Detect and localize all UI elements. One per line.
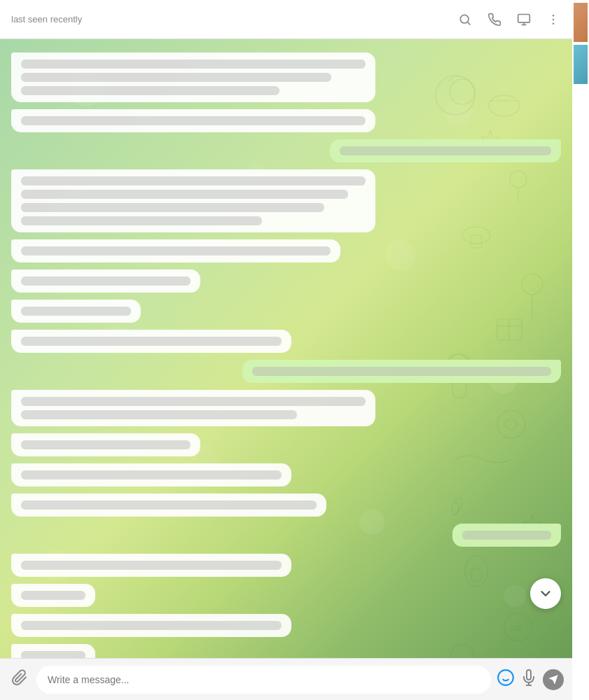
message-bubble xyxy=(452,524,561,547)
message-row xyxy=(6,524,567,547)
message-bubble xyxy=(242,360,561,383)
message-bubble xyxy=(11,493,326,517)
svg-rect-2 xyxy=(518,14,530,22)
message-row xyxy=(6,300,567,323)
chat-header: last seen recently xyxy=(0,0,572,39)
send-area[interactable] xyxy=(543,669,564,690)
message-bubble xyxy=(11,330,291,353)
message-bubble xyxy=(11,109,375,132)
message-row xyxy=(6,493,567,517)
svg-point-0 xyxy=(460,15,469,23)
message-bubble xyxy=(11,433,200,456)
message-row xyxy=(6,614,567,637)
message-row xyxy=(6,109,567,132)
message-row xyxy=(6,239,567,262)
message-row xyxy=(6,463,567,486)
message-bubble xyxy=(11,614,291,637)
right-sidebar xyxy=(572,0,589,700)
svg-point-6 xyxy=(553,18,555,20)
svg-point-7 xyxy=(553,22,555,24)
search-icon[interactable] xyxy=(457,12,473,27)
message-row xyxy=(6,554,567,577)
message-bubble xyxy=(330,139,561,162)
svg-point-31 xyxy=(498,670,513,685)
message-row xyxy=(6,644,567,658)
chat-container: last seen recently xyxy=(0,0,572,700)
emoji-icon[interactable] xyxy=(497,668,515,691)
message-bubble xyxy=(11,390,375,426)
message-bubble xyxy=(11,52,375,102)
message-row xyxy=(6,169,567,232)
message-row xyxy=(6,390,567,426)
message-input[interactable] xyxy=(36,666,491,694)
message-bubble xyxy=(11,644,95,658)
message-bubble xyxy=(11,554,291,577)
svg-point-5 xyxy=(553,14,555,16)
message-bubble xyxy=(11,239,340,262)
message-bubble xyxy=(11,270,200,293)
screen-icon[interactable] xyxy=(516,12,532,27)
sidebar-avatar[interactable] xyxy=(574,45,588,84)
chat-background[interactable]: zzz xyxy=(0,39,572,658)
message-row xyxy=(6,433,567,456)
message-row xyxy=(6,52,567,102)
phone-icon[interactable] xyxy=(487,12,502,27)
input-bar xyxy=(0,658,572,700)
messages-wrapper xyxy=(6,50,567,658)
svg-line-1 xyxy=(468,22,471,24)
message-bubble xyxy=(11,584,95,607)
message-bubble xyxy=(11,463,291,486)
mic-icon[interactable] xyxy=(520,669,537,690)
attach-icon[interactable] xyxy=(8,666,31,693)
message-bubble xyxy=(11,300,141,323)
message-row xyxy=(6,360,567,383)
message-row xyxy=(6,330,567,353)
message-bubble xyxy=(11,169,375,232)
more-icon[interactable] xyxy=(546,12,561,27)
message-row xyxy=(6,139,567,162)
header-status: last seen recently xyxy=(11,14,457,24)
scroll-to-bottom-button[interactable] xyxy=(530,578,561,609)
header-icons xyxy=(457,12,561,27)
message-row xyxy=(6,584,567,607)
header-info: last seen recently xyxy=(11,14,457,24)
message-row xyxy=(6,270,567,293)
sidebar-avatar[interactable] xyxy=(574,3,588,42)
